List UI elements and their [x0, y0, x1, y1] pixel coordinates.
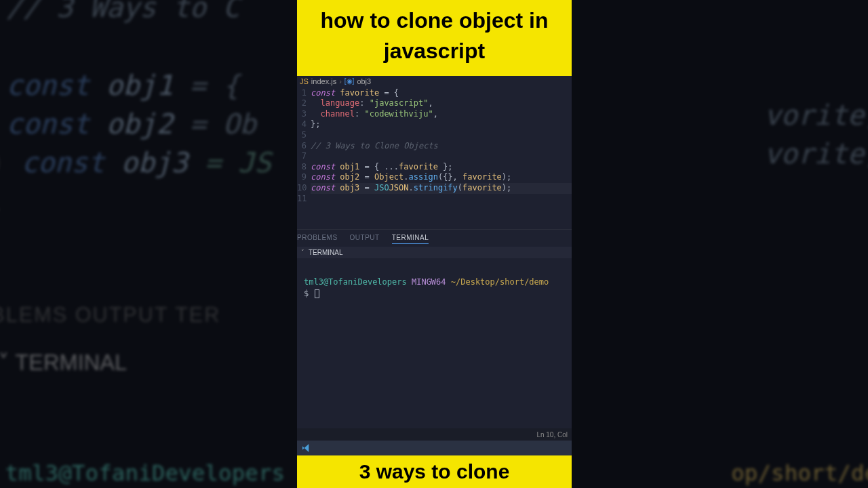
line-number: 10	[297, 183, 307, 194]
line-number: 4	[297, 119, 307, 130]
panel-tabs: PROBLEMSOUTPUTTERMINAL	[297, 229, 572, 247]
code-line[interactable]	[311, 151, 572, 162]
breadcrumb-file[interactable]: index.js	[311, 77, 336, 85]
panel-tab-problems[interactable]: PROBLEMS	[297, 234, 338, 244]
title-banner: how to clone object in javascript	[297, 0, 572, 76]
panel-tab-terminal[interactable]: TERMINAL	[392, 234, 429, 244]
line-number: 3	[297, 109, 307, 120]
panel-tab-output[interactable]: OUTPUT	[350, 234, 380, 244]
code-line[interactable]: language: "javascript",	[311, 98, 572, 109]
line-number: 2	[297, 98, 307, 109]
js-file-icon: JS	[300, 77, 309, 85]
code-line[interactable]: // 3 Ways to Clone Objects	[311, 141, 572, 152]
terminal-cursor	[315, 289, 319, 298]
code-line[interactable]: const obj1 = { ...favorite };	[311, 162, 572, 173]
code-line[interactable]: channel: "codewithviju",	[311, 109, 572, 120]
line-number: 9	[297, 172, 307, 183]
code-area[interactable]: const favorite = { language: "javascript…	[311, 88, 572, 229]
code-line[interactable]: };	[311, 119, 572, 130]
code-line[interactable]: const favorite = {	[311, 88, 572, 99]
terminal-header[interactable]: ˅ TERMINAL	[297, 247, 572, 258]
terminal-header-label: TERMINAL	[309, 249, 343, 256]
breadcrumb-separator: ›	[339, 77, 342, 85]
line-number: 6	[297, 141, 307, 152]
terminal-input-line[interactable]: $	[304, 289, 565, 300]
taskbar[interactable]	[297, 441, 572, 455]
breadcrumb[interactable]: JS index.js › [◉] obj3	[297, 76, 572, 87]
terminal-prompt-line: tml3@TofaniDevelopers MINGW64 ~/Desktop/…	[304, 277, 565, 288]
terminal-body[interactable]: tml3@TofaniDevelopers MINGW64 ~/Desktop/…	[297, 258, 572, 428]
code-editor[interactable]: 1234567891011 const favorite = { languag…	[297, 87, 572, 229]
code-line[interactable]: const obj3 = JSOJSON.stringify(favorite)…	[311, 183, 572, 194]
breadcrumb-symbol[interactable]: obj3	[357, 77, 371, 85]
video-frame: how to clone object in javascript JS ind…	[297, 0, 572, 488]
cursor-position[interactable]: Ln 10, Col	[536, 431, 568, 439]
line-number: 5	[297, 130, 307, 141]
line-number: 11	[297, 194, 307, 205]
line-number: 1	[297, 88, 307, 99]
code-line[interactable]: const obj2 = Object.assign({}, favorite)…	[311, 172, 572, 183]
line-number: 8	[297, 162, 307, 173]
chevron-down-icon[interactable]: ˅	[301, 249, 304, 256]
symbol-icon: [◉]	[344, 77, 355, 85]
line-number: 7	[297, 151, 307, 162]
bottom-banner: 3 ways to clone	[297, 455, 572, 488]
code-line[interactable]	[311, 130, 572, 141]
status-bar[interactable]: Ln 10, Col	[297, 428, 572, 441]
code-line[interactable]	[311, 194, 572, 205]
vscode-icon[interactable]	[301, 443, 312, 453]
line-gutter: 1234567891011	[297, 88, 311, 229]
